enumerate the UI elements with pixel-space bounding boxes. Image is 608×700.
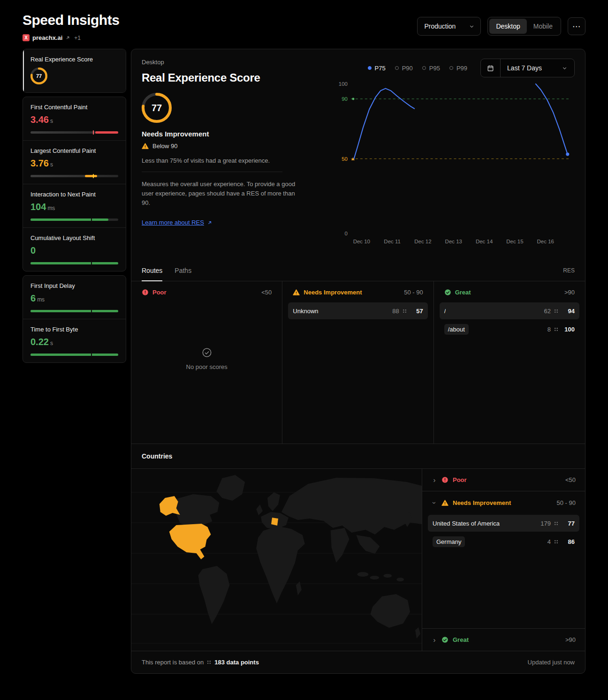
- column-header: Great>90: [440, 288, 579, 302]
- samples-icon: [554, 309, 558, 313]
- alert-circle-icon: [441, 476, 448, 483]
- svg-text:100: 100: [339, 81, 348, 87]
- report-prefix: This report is based on: [142, 659, 204, 666]
- tab-routes[interactable]: Routes: [142, 260, 162, 281]
- project-selector[interactable]: X preachx.ai +1: [23, 34, 119, 41]
- row-sample-count: 8: [547, 326, 551, 333]
- column-rows: Unknown8857: [288, 302, 427, 321]
- row-name: Germany: [433, 536, 465, 547]
- countries-section-title: Countries: [131, 444, 585, 469]
- group-range: <50: [565, 476, 576, 483]
- content-layout: Real Experience Score77First Contentful …: [0, 49, 608, 690]
- map-canada: [176, 494, 220, 527]
- page-title: Speed Insights: [23, 12, 119, 28]
- sidebar-metric-inp[interactable]: Interaction to Next Paint104ms: [23, 184, 126, 227]
- country-row[interactable]: Germany486: [428, 533, 579, 550]
- map-scandinavia: [267, 492, 280, 511]
- percentile-toggle-p99[interactable]: P99: [449, 65, 467, 72]
- updated-timestamp: Updated just now: [528, 659, 575, 666]
- date-range-select[interactable]: Last 7 Days: [501, 59, 574, 77]
- percentile-toggle-p75[interactable]: P75: [368, 65, 386, 72]
- metric-label: First Input Delay: [30, 282, 118, 289]
- metric-value: 104ms: [30, 202, 118, 212]
- score-note-text: Below 90: [152, 143, 177, 150]
- country-group-header-poor[interactable]: ›Poor<50: [422, 469, 585, 491]
- route-column-great: Great>90/6294/about8100: [434, 281, 585, 444]
- main-panel: Desktop Real Experience Score 77 Needs I…: [131, 49, 585, 674]
- external-link-icon: [207, 220, 213, 226]
- metric-value: 0: [30, 245, 118, 256]
- check-circle-icon: [441, 636, 448, 643]
- learn-more-label: Learn more about RES: [142, 219, 204, 226]
- device-tab-desktop[interactable]: Desktop: [489, 19, 526, 34]
- world-map[interactable]: [131, 469, 422, 651]
- percentile-legend: P75P90P95P99: [368, 65, 468, 72]
- samples-icon: [403, 309, 407, 313]
- metric-label: Cumulative Layout Shift: [30, 234, 118, 241]
- row-score: 57: [410, 308, 423, 315]
- route-row[interactable]: /6294: [440, 302, 579, 319]
- page-header: Speed Insights X preachx.ai +1 Productio…: [0, 0, 608, 49]
- calendar-button[interactable]: [481, 59, 501, 77]
- legend-dot-icon: [395, 66, 399, 70]
- score-overview: Desktop Real Experience Score 77 Needs I…: [142, 59, 335, 248]
- sidebar-metric-res[interactable]: Real Experience Score77: [23, 49, 126, 92]
- device-tab-mobile[interactable]: Mobile: [527, 19, 559, 34]
- world-map-container: [131, 469, 422, 651]
- percentile-toggle-p90[interactable]: P90: [395, 65, 413, 72]
- column-label: Needs Improvement: [304, 289, 362, 296]
- column-range: >90: [564, 289, 575, 296]
- score-overview-section: Desktop Real Experience Score 77 Needs I…: [131, 49, 585, 248]
- samples-icon: [554, 540, 558, 544]
- sidebar-metric-fid[interactable]: First Input Delay6ms: [23, 276, 126, 319]
- map-uk: [256, 504, 263, 515]
- legend-dot-icon: [422, 66, 426, 70]
- environment-label: Production: [424, 23, 456, 30]
- country-row[interactable]: United States of America17977: [428, 515, 579, 532]
- sidebar-metric-cls[interactable]: Cumulative Layout Shift0: [23, 227, 126, 271]
- svg-text:Dec 10: Dec 10: [353, 239, 370, 244]
- percentile-toggle-p95[interactable]: P95: [422, 65, 440, 72]
- header-controls: Production DesktopMobile ⋯: [417, 17, 585, 36]
- map-germany-highlight: [271, 518, 278, 526]
- svg-text:Dec 16: Dec 16: [537, 239, 554, 244]
- group-range: 50 - 90: [557, 499, 576, 506]
- svg-text:0: 0: [345, 231, 348, 236]
- project-logo-icon: X: [23, 34, 30, 41]
- route-column-needs-improvement: Needs Improvement50 - 90Unknown8857: [282, 281, 433, 444]
- score-subtitle: Less than 75% of visits had a great expe…: [142, 157, 335, 164]
- row-score: 77: [562, 520, 575, 527]
- sidebar-metric-fcp[interactable]: First Contentful Paint3.46s: [23, 97, 126, 140]
- svg-text:77: 77: [36, 73, 42, 79]
- sidebar-metric-lcp[interactable]: Largest Contentful Paint3.76s: [23, 140, 126, 184]
- more-options-button[interactable]: ⋯: [568, 17, 585, 35]
- chevron-right-icon: ›: [432, 636, 437, 644]
- project-extra-count[interactable]: +1: [74, 35, 81, 41]
- tab-paths[interactable]: Paths: [175, 260, 191, 281]
- svg-text:Dec 13: Dec 13: [445, 239, 462, 244]
- metric-group: First Input Delay6msTime to First Byte0.…: [23, 275, 126, 363]
- group-label: Needs Improvement: [453, 499, 511, 506]
- routes-tabs-bar: RoutesPaths RES: [131, 260, 585, 281]
- learn-more-link[interactable]: Learn more about RES: [142, 219, 213, 226]
- sidebar-metric-ttfb[interactable]: Time to First Byte0.22s: [23, 319, 126, 362]
- external-link-icon[interactable]: [65, 35, 70, 40]
- country-group-header-great[interactable]: ›Great>90: [422, 628, 585, 651]
- divider: [142, 172, 282, 172]
- column-header: Needs Improvement50 - 90: [288, 288, 427, 302]
- metric-bar: [30, 310, 118, 312]
- metric-group: Real Experience Score77: [23, 49, 126, 93]
- chart-header: P75P90P95P99 Last 7 Days: [335, 59, 575, 77]
- res-trend-chart[interactable]: 10090500Dec 10Dec 11Dec 12Dec 13Dec 14De…: [335, 79, 575, 248]
- route-score-columns: Poor<50No poor scoresNeeds Improvement50…: [131, 281, 585, 444]
- country-group-header-needs-improvement[interactable]: ›Needs Improvement50 - 90: [422, 491, 585, 514]
- environment-select[interactable]: Production: [417, 17, 481, 36]
- route-row[interactable]: Unknown8857: [288, 302, 427, 319]
- row-score: 94: [562, 308, 575, 315]
- metric-label: Real Experience Score: [30, 56, 118, 63]
- section-title: Real Experience Score: [142, 71, 335, 84]
- svg-text:77: 77: [152, 103, 162, 113]
- map-india: [331, 528, 350, 563]
- route-row[interactable]: /about8100: [440, 321, 579, 338]
- metric-value: 6ms: [30, 293, 118, 304]
